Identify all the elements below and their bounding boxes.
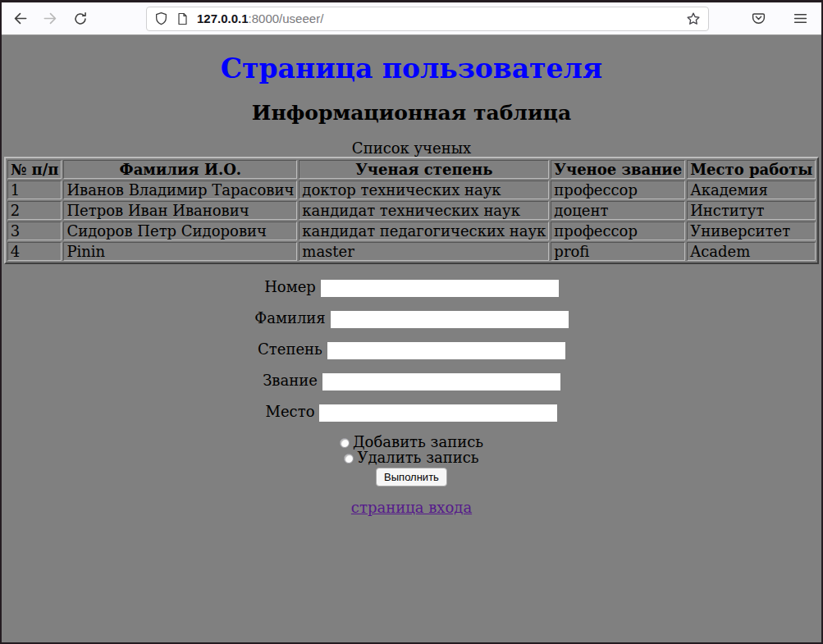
cell-workplace: Academ	[687, 242, 816, 261]
header-rank: Ученое звание	[551, 160, 685, 179]
add-record-label: Добавить запись	[353, 433, 483, 450]
execute-button[interactable]: Выполнить	[376, 468, 447, 486]
cell-number: 1	[7, 180, 62, 199]
reload-icon	[73, 11, 88, 26]
header-number: № п/п	[7, 160, 62, 179]
page-info-icon[interactable]	[176, 12, 189, 25]
form-row-workplace: Место	[2, 403, 821, 420]
delete-record-option[interactable]: Удалить запись	[2, 450, 821, 465]
degree-input[interactable]	[327, 342, 565, 359]
header-workplace: Место работы	[687, 160, 816, 179]
cell-number: 2	[7, 201, 62, 220]
cell-workplace: Институт	[687, 201, 816, 220]
number-label: Номер	[264, 278, 316, 295]
forward-button[interactable]	[39, 7, 62, 30]
table-caption: Список ученых	[2, 139, 821, 157]
cell-rank: профессор	[551, 180, 685, 199]
form-row-rank: Звание	[2, 372, 821, 389]
cell-workplace: Академия	[687, 180, 816, 199]
table-row: 3 Сидоров Петр Сидорович кандидат педаго…	[7, 222, 816, 240]
shield-icon[interactable]	[154, 11, 168, 25]
page-content: Страница пользователя Информационная таб…	[2, 35, 821, 642]
cell-rank: доцент	[551, 201, 685, 220]
scientists-table: № п/п Фамилия И.О. Ученая степень Ученое…	[4, 157, 820, 264]
footer-link-line: страница входа	[2, 499, 821, 516]
form-row-surname: Фамилия	[2, 309, 821, 327]
form-row-number: Номер	[2, 278, 821, 295]
page-subtitle: Информационная таблица	[2, 101, 821, 125]
cell-degree: кандидат педагогических наук	[299, 222, 549, 240]
url-text[interactable]: 127.0.0.1:8000/useeer/	[197, 11, 323, 25]
form-row-degree: Степень	[2, 340, 821, 358]
cell-surname: Pinin	[63, 242, 297, 261]
delete-record-radio[interactable]	[344, 454, 354, 464]
cell-rank: профессор	[551, 222, 685, 240]
reload-button[interactable]	[69, 7, 92, 30]
workplace-label: Место	[266, 403, 315, 420]
add-record-radio[interactable]	[340, 438, 350, 448]
table-row: 1 Иванов Владимир Тарасович доктор техни…	[7, 180, 816, 199]
cell-degree: кандидат технических наук	[299, 201, 549, 220]
back-button[interactable]	[8, 7, 31, 30]
pocket-button[interactable]	[747, 7, 770, 30]
header-degree: Ученая степень	[299, 160, 549, 179]
rank-input[interactable]	[322, 373, 560, 391]
delete-record-label: Удалить запись	[357, 449, 478, 466]
table-row: 2 Петров Иван Иванович кандидат техничес…	[7, 201, 816, 220]
browser-toolbar: 127.0.0.1:8000/useeer/	[2, 2, 821, 35]
cell-rank: profi	[551, 242, 685, 261]
cell-number: 3	[7, 222, 62, 240]
hamburger-menu-icon	[793, 11, 808, 26]
degree-label: Степень	[258, 340, 322, 358]
rank-label: Звание	[263, 372, 318, 389]
cell-surname: Иванов Владимир Тарасович	[63, 180, 297, 199]
cell-number: 4	[7, 242, 62, 261]
url-host: 127.0.0.1	[197, 11, 249, 25]
table-row: 4 Pinin master profi Academ	[7, 242, 816, 261]
record-form: Номер Фамилия Степень Звание Место Добав…	[2, 278, 821, 516]
browser-window: 127.0.0.1:8000/useeer/ Страница пользова…	[0, 0, 823, 644]
star-icon	[686, 11, 701, 26]
page-title: Страница пользователя	[2, 53, 821, 84]
table-header-row: № п/п Фамилия И.О. Ученая степень Ученое…	[7, 160, 816, 179]
toolbar-right-icons	[747, 7, 815, 30]
submit-line: Выполнить	[2, 467, 821, 485]
add-record-option[interactable]: Добавить запись	[2, 434, 821, 450]
cell-degree: master	[299, 242, 549, 261]
cell-surname: Петров Иван Иванович	[63, 201, 297, 220]
workplace-input[interactable]	[319, 404, 557, 422]
menu-button[interactable]	[789, 7, 812, 30]
url-path: :8000/useeer/	[249, 11, 324, 25]
surname-input[interactable]	[331, 311, 569, 328]
header-surname: Фамилия И.О.	[63, 160, 297, 179]
number-input[interactable]	[321, 280, 559, 297]
cell-degree: доктор технических наук	[299, 180, 549, 199]
forward-arrow-icon	[43, 11, 58, 26]
url-bar[interactable]: 127.0.0.1:8000/useeer/	[146, 7, 709, 31]
bookmark-star-button[interactable]	[686, 11, 701, 26]
cell-workplace: Университет	[687, 222, 816, 240]
surname-label: Фамилия	[254, 309, 325, 327]
action-radio-group: Добавить запись Удалить запись Выполнить	[2, 434, 821, 485]
back-arrow-icon	[12, 11, 28, 26]
login-page-link[interactable]: страница входа	[351, 499, 472, 516]
pocket-icon	[751, 11, 766, 26]
cell-surname: Сидоров Петр Сидорович	[63, 222, 297, 240]
